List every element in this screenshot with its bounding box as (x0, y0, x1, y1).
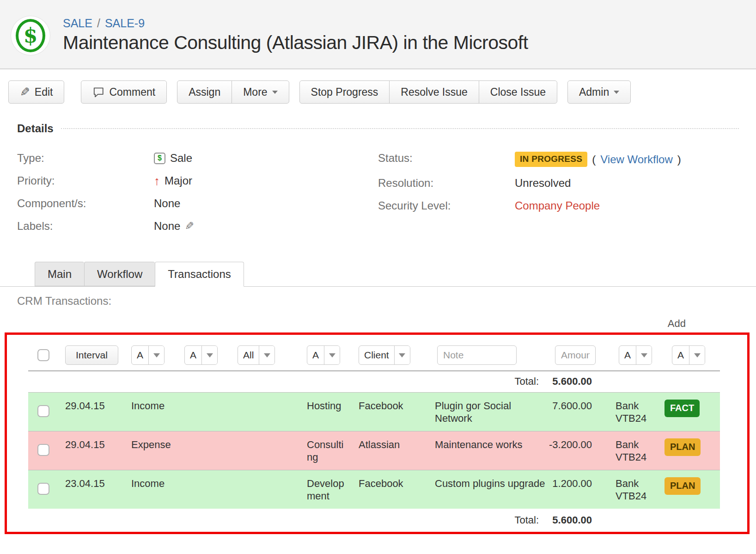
comment-button[interactable]: Comment (81, 80, 167, 104)
plan-status-badge[interactable]: PLAN (665, 477, 701, 495)
security-level-label: Security Level: (378, 199, 515, 212)
edit-labels-pencil-icon[interactable]: ✎ (185, 220, 194, 233)
comment-label: Comment (109, 86, 155, 98)
add-transaction-link[interactable]: Add (668, 318, 686, 329)
admin-button[interactable]: Admin (567, 80, 631, 104)
chevron-down-icon (272, 91, 278, 97)
view-workflow-link[interactable]: View Workflow (600, 153, 673, 166)
interval-filter-button[interactable]: Interval (65, 345, 118, 365)
plan-status-badge[interactable]: PLAN (665, 438, 701, 456)
chevron-down-icon (259, 346, 274, 364)
admin-label: Admin (579, 86, 609, 98)
issue-tabs: Main Workflow Transactions (0, 262, 756, 287)
transaction-note: Custom plugins upgrade (428, 470, 548, 509)
client-filter-value: Client (359, 346, 395, 364)
all-filter-dropdown[interactable]: All (238, 345, 275, 365)
priority-major-icon: ↑ (154, 175, 160, 187)
transaction-date: 29.04.15 (58, 392, 125, 431)
transaction-type: Income (125, 392, 178, 431)
type-value: Sale (170, 152, 192, 165)
toolbar: ✎ Edit Comment Assign More Stop Progress… (8, 80, 756, 104)
breadcrumb: SALE/SALE-9 (63, 17, 528, 30)
tab-main-label: Main (48, 268, 72, 281)
total-row-bottom: Total: 5.600.00 (28, 509, 720, 532)
page-title: Maintenance Consulting (Atlassian JIRA) … (63, 32, 528, 54)
type-filter-value: A (132, 346, 149, 364)
select-all-checkbox[interactable] (37, 349, 49, 361)
resolve-issue-button[interactable]: Resolve Issue (389, 80, 479, 104)
status-filter-dropdown[interactable]: A (672, 345, 705, 365)
chevron-down-icon (149, 346, 164, 364)
field-components: Component/s: None (17, 197, 378, 210)
transaction-bank: Bank VTB24 (613, 477, 646, 502)
field-status: Status: IN PROGRESS (View Workflow) (378, 152, 739, 167)
amount-filter-input[interactable] (555, 345, 596, 365)
field-labels: Labels: None ✎ (17, 220, 378, 233)
dollar-icon: $ (16, 19, 45, 52)
filter-row: Interval A A All A Client A A (28, 339, 720, 371)
paren-close: ) (677, 153, 681, 166)
tab-main[interactable]: Main (35, 262, 84, 286)
transaction-amount: -3.200.00 (548, 431, 613, 470)
breadcrumb-project-link[interactable]: SALE (63, 17, 92, 30)
labels-label: Labels: (17, 220, 154, 233)
edit-label: Edit (35, 86, 53, 98)
note-filter-input[interactable] (437, 345, 517, 365)
bank-filter-value: A (619, 346, 636, 364)
total-row-top: Total: 5.600.00 (28, 371, 720, 392)
paren-open: ( (592, 153, 596, 166)
pencil-icon: ✎ (20, 86, 30, 98)
transaction-date: 23.04.15 (58, 470, 125, 509)
type-filter-dropdown[interactable]: A (131, 345, 165, 365)
tab-transactions-label: Transactions (168, 268, 231, 281)
project-avatar: $ (11, 16, 50, 55)
tab-transactions[interactable]: Transactions (155, 262, 244, 287)
close-issue-button[interactable]: Close Issue (479, 80, 557, 104)
tab-workflow[interactable]: Workflow (84, 262, 155, 286)
account-filter-value: A (185, 346, 202, 364)
resolution-value: Unresolved (515, 177, 571, 190)
account-filter-dropdown[interactable]: A (184, 345, 218, 365)
transaction-client: Atlassian (353, 431, 428, 470)
transaction-amount: 7.600.00 (548, 392, 613, 431)
transactions-table: Interval A A All A Client A A Total: 5.6… (28, 339, 720, 532)
row-checkbox[interactable] (37, 483, 49, 495)
transaction-category: Consulting (307, 438, 345, 463)
client-filter-dropdown[interactable]: Client (359, 345, 410, 365)
transaction-category: Hosting (307, 400, 345, 412)
transaction-row: 29.04.15 Expense Consulting Atlassian Ma… (28, 431, 720, 470)
fact-status-badge[interactable]: FACT (665, 400, 700, 417)
category-filter-dropdown[interactable]: A (307, 345, 340, 365)
edit-button[interactable]: ✎ Edit (8, 80, 64, 104)
bank-filter-dropdown[interactable]: A (619, 345, 652, 365)
status-filter-value: A (672, 346, 689, 364)
transaction-row: 29.04.15 Income Hosting Facebook Plugin … (28, 392, 720, 431)
transaction-type: Income (125, 470, 178, 509)
more-button[interactable]: More (232, 80, 289, 104)
components-value: None (154, 197, 180, 210)
category-filter-value: A (307, 346, 324, 364)
row-checkbox[interactable] (37, 444, 49, 456)
priority-value: Major (165, 174, 192, 187)
chevron-down-icon (636, 346, 652, 364)
transaction-bank: Bank VTB24 (613, 438, 646, 463)
transaction-client: Facebook (353, 470, 428, 509)
assign-button[interactable]: Assign (177, 80, 232, 104)
status-badge: IN PROGRESS (515, 152, 587, 167)
row-checkbox[interactable] (37, 405, 49, 417)
chevron-down-icon (395, 346, 410, 364)
transaction-note: Plugin gor Social Network (428, 392, 548, 431)
assign-more-group: Assign More (177, 80, 289, 104)
field-security-level: Security Level: Company People (378, 199, 739, 212)
total-label: Total: (428, 509, 548, 532)
workflow-buttons-group: Stop Progress Resolve Issue Close Issue (299, 80, 557, 104)
transactions-highlight-box: Interval A A All A Client A A Total: 5.6… (5, 332, 750, 534)
stop-progress-button[interactable]: Stop Progress (299, 80, 390, 104)
transaction-date: 29.04.15 (58, 431, 125, 470)
transaction-client: Facebook (353, 392, 428, 431)
total-value: 5.600.00 (548, 509, 613, 532)
breadcrumb-issue-link[interactable]: SALE-9 (105, 17, 145, 30)
field-resolution: Resolution: Unresolved (378, 177, 739, 190)
details-section: Details Type: $ Sale Priority: ↑ Major C… (17, 122, 739, 242)
more-label: More (243, 86, 267, 98)
